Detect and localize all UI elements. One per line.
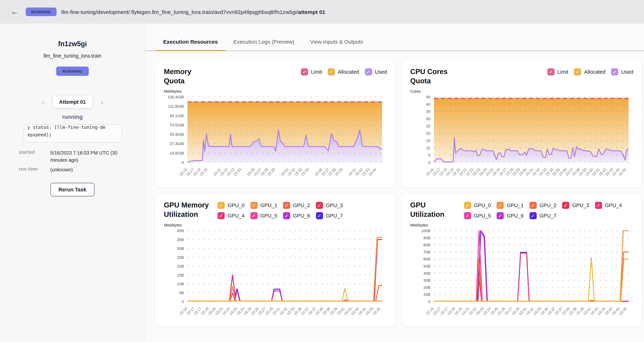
legend-Allocated[interactable]: ✓Allocated: [574, 68, 605, 76]
legend-GPU_0[interactable]: ✓GPU_0: [464, 202, 491, 209]
legend-label: GPU_5: [260, 213, 277, 218]
checkbox-checked-icon[interactable]: ✓: [250, 212, 258, 219]
tab-execution-logs[interactable]: Execution Logs (Preview): [226, 34, 302, 50]
unit-label: Mebibytes: [164, 89, 387, 93]
legend-label: Allocated: [338, 69, 359, 75]
tab-view-inputs-outputs[interactable]: View Inputs & Outputs: [302, 34, 371, 50]
svg-text:35B: 35B: [177, 238, 184, 242]
checkbox-checked-icon[interactable]: ✓: [301, 68, 308, 76]
checkbox-checked-icon[interactable]: ✓: [529, 212, 536, 219]
svg-text:19:21: 19:21: [460, 306, 470, 316]
legend-label: GPU_2: [539, 202, 556, 208]
checkbox-checked-icon[interactable]: ✓: [496, 202, 504, 209]
svg-text:19:16: 19:16: [178, 306, 188, 316]
svg-text:0: 0: [428, 160, 430, 165]
svg-text:30B: 30B: [177, 246, 184, 251]
memory-quota-card: MemoryQuota ✓Limit✓Allocated✓Used Mebiby…: [155, 60, 396, 188]
svg-text:25B: 25B: [177, 255, 184, 260]
legend-label: GPU_1: [506, 202, 524, 208]
chart-plot: 45403530252015105019:1619:1719:1819:1919…: [410, 93, 633, 184]
svg-text:37.3GiB: 37.3GiB: [170, 142, 184, 146]
legend-label: Used: [621, 69, 633, 75]
svg-text:19:23: 19:23: [228, 306, 238, 316]
back-arrow-icon[interactable]: ←: [8, 7, 21, 16]
legend-GPU_1[interactable]: ✓GPU_1: [250, 202, 277, 209]
chart-title: CPU CoresQuota: [410, 67, 464, 86]
chart-legend: ✓GPU_0✓GPU_1✓GPU_2✓GPU_3✓GPU_4✓GPU_5✓GPU…: [464, 202, 622, 219]
checkbox-checked-icon[interactable]: ✓: [316, 202, 323, 209]
legend-GPU_3[interactable]: ✓GPU_3: [316, 202, 343, 209]
unit-label: Mebibytes: [164, 223, 387, 227]
checkbox-checked-icon[interactable]: ✓: [562, 202, 569, 209]
chart-plot: 100B90B80B70B60B50B40B30B20B10B019:1619:…: [410, 227, 633, 324]
legend-GPU_4[interactable]: ✓GPU_4: [595, 202, 622, 209]
legend-GPU_7[interactable]: ✓GPU_7: [316, 212, 343, 219]
legend-GPU_7[interactable]: ✓GPU_7: [529, 212, 556, 219]
sidebar: fn1zw5gi llm_fine_tuning_lora.train RUNN…: [0, 24, 145, 342]
chart-title: GPUUtilization: [410, 200, 464, 219]
checkbox-checked-icon[interactable]: ✓: [611, 68, 618, 76]
app-root: ← RUNNING llm-fine-tuning/development/.f…: [0, 0, 644, 342]
chevron-left-icon[interactable]: ‹: [40, 97, 46, 106]
checkbox-checked-icon[interactable]: ✓: [464, 212, 471, 219]
checkbox-checked-icon[interactable]: ✓: [250, 202, 258, 209]
tab-label: Execution Logs (Preview): [234, 39, 294, 45]
checkbox-checked-icon[interactable]: ✓: [328, 68, 335, 76]
checkbox-checked-icon[interactable]: ✓: [365, 68, 372, 76]
svg-text:93.1GiB: 93.1GiB: [170, 114, 184, 118]
legend-GPU_0[interactable]: ✓GPU_0: [218, 202, 244, 209]
svg-text:19:29: 19:29: [264, 306, 274, 316]
chart-plot: 130.4GiB111.8GiB93.1GiB74.5GiB55.9GiB37.…: [164, 93, 387, 184]
svg-text:19:22: 19:22: [221, 306, 231, 316]
checkbox-checked-icon[interactable]: ✓: [316, 212, 323, 219]
checkbox-checked-icon[interactable]: ✓: [529, 202, 536, 209]
phase-text: running: [62, 114, 83, 120]
svg-text:10: 10: [426, 146, 430, 150]
legend-Limit[interactable]: ✓Limit: [548, 68, 568, 76]
legend-row: ✓Limit✓Allocated✓Used: [548, 68, 633, 76]
checkbox-checked-icon[interactable]: ✓: [218, 202, 225, 209]
svg-text:19:27: 19:27: [504, 306, 513, 316]
svg-text:19:45: 19:45: [618, 306, 627, 316]
legend-GPU_1[interactable]: ✓GPU_1: [496, 202, 524, 209]
legend-GPU_3[interactable]: ✓GPU_3: [562, 202, 589, 209]
checkbox-checked-icon[interactable]: ✓: [496, 212, 504, 219]
checkbox-checked-icon[interactable]: ✓: [548, 68, 554, 76]
checkbox-checked-icon[interactable]: ✓: [595, 202, 602, 209]
gpu-memory-utilization-svg: 40B35B30B25B20B15B10B5B019:1619:1719:171…: [164, 227, 387, 322]
legend-Used[interactable]: ✓Used: [365, 68, 387, 76]
legend-Limit[interactable]: ✓Limit: [301, 68, 322, 76]
legend-GPU_5[interactable]: ✓GPU_5: [464, 212, 491, 219]
tab-execution-resources[interactable]: Execution Resources: [155, 34, 226, 50]
legend-GPU_5[interactable]: ✓GPU_5: [250, 212, 277, 219]
memory-quota-svg: 130.4GiB111.8GiB93.1GiB74.5GiB55.9GiB37.…: [164, 93, 387, 183]
legend-GPU_6[interactable]: ✓GPU_6: [283, 212, 310, 219]
legend-Used[interactable]: ✓Used: [611, 68, 633, 76]
checkbox-checked-icon[interactable]: ✓: [574, 68, 581, 76]
chart-title: MemoryQuota: [164, 67, 218, 86]
checkbox-checked-icon[interactable]: ✓: [283, 212, 290, 219]
checkbox-checked-icon[interactable]: ✓: [218, 212, 225, 219]
series-GPU_5: [188, 293, 382, 301]
svg-text:111.8GiB: 111.8GiB: [168, 104, 184, 108]
rerun-task-button[interactable]: Rerun Task: [50, 183, 95, 196]
legend-GPU_4[interactable]: ✓GPU_4: [218, 212, 244, 219]
legend-GPU_2[interactable]: ✓GPU_2: [529, 202, 556, 209]
legend-GPU_2[interactable]: ✓GPU_2: [283, 202, 310, 209]
svg-text:19:38: 19:38: [561, 306, 570, 316]
svg-text:19:17: 19:17: [186, 306, 195, 316]
svg-text:19:21: 19:21: [214, 306, 224, 316]
chevron-right-icon[interactable]: ›: [99, 97, 105, 106]
legend-Allocated[interactable]: ✓Allocated: [328, 68, 359, 76]
log-preview-box[interactable]: y status: [llm-fine-tuning-de epspeed]|: [24, 124, 122, 142]
legend-label: GPU_4: [605, 202, 622, 208]
svg-text:15: 15: [426, 138, 430, 143]
checkbox-checked-icon[interactable]: ✓: [464, 202, 471, 209]
svg-text:40B: 40B: [177, 228, 184, 233]
svg-text:19:26: 19:26: [496, 306, 506, 316]
status-badge: RUNNING: [26, 8, 56, 16]
breadcrumb-path: llm-fine-tuning/development/.flytegen.ll…: [61, 9, 298, 15]
legend-label: GPU_5: [474, 213, 491, 218]
legend-GPU_6[interactable]: ✓GPU_6: [496, 212, 524, 219]
checkbox-checked-icon[interactable]: ✓: [283, 202, 290, 209]
